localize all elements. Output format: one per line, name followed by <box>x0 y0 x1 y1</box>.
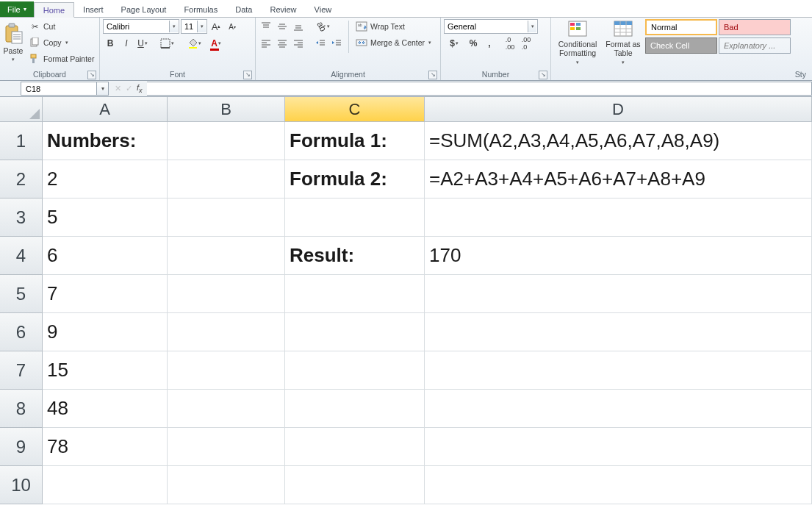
row-header-2[interactable]: 2 <box>0 160 43 198</box>
cell-D5[interactable] <box>425 275 812 313</box>
column-header-D[interactable]: D <box>425 97 812 122</box>
tab-formulas[interactable]: Formulas <box>175 1 226 17</box>
percent-format-button[interactable]: % <box>466 36 481 51</box>
cell-D7[interactable] <box>425 351 812 390</box>
tab-insert[interactable]: Insert <box>74 1 112 17</box>
format-as-table-button[interactable]: Format as Table ▾ <box>604 19 642 66</box>
select-all-corner[interactable] <box>0 97 43 122</box>
wrap-text-button[interactable]: ab Wrap Text <box>353 19 434 34</box>
cell-C7[interactable] <box>285 351 425 390</box>
cell-style-check[interactable]: Check Cell <box>645 37 717 54</box>
cancel-formula-icon[interactable]: ✕ <box>115 84 121 93</box>
cell-A6[interactable]: 9 <box>43 313 168 351</box>
fill-color-button[interactable]: ▾ <box>184 36 204 51</box>
cell-D9[interactable] <box>425 428 812 466</box>
tab-view[interactable]: View <box>306 1 341 17</box>
row-header-9[interactable]: 9 <box>0 428 43 466</box>
column-header-C[interactable]: C <box>285 97 425 122</box>
dialog-launcher-icon[interactable]: ↘ <box>428 71 437 79</box>
cell-B3[interactable] <box>168 198 285 237</box>
tab-file[interactable]: File ▾ <box>0 1 34 17</box>
cell-C6[interactable] <box>285 313 425 351</box>
cell-A1[interactable]: Numbers: <box>43 122 168 160</box>
cell-C1[interactable]: Formula 1: <box>285 122 425 160</box>
cell-D4[interactable]: 170 <box>425 237 812 275</box>
align-right-button[interactable] <box>291 36 306 51</box>
cell-style-explanatory[interactable]: Explanatory ... <box>719 37 791 54</box>
tab-page-layout[interactable]: Page Layout <box>112 1 176 17</box>
cell-C4[interactable]: Result: <box>285 237 425 275</box>
align-left-button[interactable] <box>259 36 273 51</box>
dialog-launcher-icon[interactable]: ↘ <box>243 71 252 79</box>
cell-D1[interactable]: =SUM(A2,A3,A4,A5,A6,A7,A8,A9) <box>425 122 812 160</box>
cell-A8[interactable]: 48 <box>43 390 168 428</box>
cell-B10[interactable] <box>168 466 285 504</box>
insert-function-button[interactable]: fx <box>137 83 143 94</box>
tab-data[interactable]: Data <box>226 1 261 17</box>
cell-B7[interactable] <box>168 351 285 390</box>
row-header-8[interactable]: 8 <box>0 390 43 428</box>
font-family-select[interactable]: Calibri ▾ <box>103 19 179 34</box>
cell-style-normal[interactable]: Normal <box>645 19 717 35</box>
cell-B4[interactable] <box>168 237 285 275</box>
align-bottom-button[interactable] <box>291 19 306 34</box>
cell-B2[interactable] <box>168 160 285 198</box>
cell-C5[interactable] <box>285 275 425 313</box>
number-format-select[interactable]: General ▾ <box>444 19 538 34</box>
align-center-button[interactable] <box>275 36 290 51</box>
cell-A9[interactable]: 78 <box>43 428 168 466</box>
cell-B1[interactable] <box>168 122 285 160</box>
merge-center-button[interactable]: Merge & Center ▾ <box>353 35 434 50</box>
increase-indent-button[interactable] <box>329 36 344 51</box>
cell-A5[interactable]: 7 <box>43 275 168 313</box>
borders-button[interactable]: ▾ <box>157 36 177 51</box>
accounting-format-button[interactable]: $▾ <box>444 36 464 51</box>
cell-A7[interactable]: 15 <box>43 351 168 390</box>
cell-D10[interactable] <box>425 466 812 504</box>
cell-B9[interactable] <box>168 428 285 466</box>
underline-button[interactable]: U▾ <box>135 36 150 51</box>
cell-C3[interactable] <box>285 198 425 237</box>
formula-input[interactable] <box>147 82 812 96</box>
cell-C9[interactable] <box>285 428 425 466</box>
row-header-4[interactable]: 4 <box>0 237 43 275</box>
row-header-1[interactable]: 1 <box>0 122 43 160</box>
cell-D2[interactable]: =A2+A3+A4+A5+A6+A7+A8+A9 <box>425 160 812 198</box>
conditional-formatting-button[interactable]: Conditional Formatting ▾ <box>554 19 601 66</box>
row-header-7[interactable]: 7 <box>0 351 43 390</box>
row-header-3[interactable]: 3 <box>0 198 43 237</box>
column-header-A[interactable]: A <box>43 97 168 122</box>
increase-decimal-button[interactable]: .0.00 <box>503 36 517 51</box>
cell-C10[interactable] <box>285 466 425 504</box>
comma-format-button[interactable]: , <box>482 36 497 51</box>
cell-D8[interactable] <box>425 390 812 428</box>
cell-A10[interactable] <box>43 466 168 504</box>
cell-B6[interactable] <box>168 313 285 351</box>
row-header-6[interactable]: 6 <box>0 313 43 351</box>
dialog-launcher-icon[interactable]: ↘ <box>87 71 96 79</box>
decrease-decimal-button[interactable]: .00.0 <box>519 36 533 51</box>
align-top-button[interactable] <box>259 19 273 34</box>
align-middle-button[interactable] <box>275 19 290 34</box>
shrink-font-button[interactable]: A▾ <box>225 19 240 34</box>
cell-D6[interactable] <box>425 313 812 351</box>
cell-B8[interactable] <box>168 390 285 428</box>
cell-B5[interactable] <box>168 275 285 313</box>
cell-C8[interactable] <box>285 390 425 428</box>
cut-button[interactable]: ✂ Cut <box>26 19 96 34</box>
row-header-10[interactable]: 10 <box>0 466 43 504</box>
name-box[interactable]: C18 ▾ <box>21 82 109 96</box>
decrease-indent-button[interactable] <box>313 36 328 51</box>
dialog-launcher-icon[interactable]: ↘ <box>539 71 547 79</box>
grow-font-button[interactable]: A▴ <box>209 19 223 34</box>
column-header-B[interactable]: B <box>168 97 285 122</box>
orientation-button[interactable]: ab▾ <box>313 19 334 34</box>
paste-button[interactable]: Paste ▾ <box>3 19 24 66</box>
cell-C2[interactable]: Formula 2: <box>285 160 425 198</box>
copy-button[interactable]: Copy ▾ <box>26 35 96 50</box>
bold-button[interactable]: B <box>103 36 118 51</box>
font-color-button[interactable]: A ▾ <box>206 36 226 51</box>
enter-formula-icon[interactable]: ✓ <box>126 84 132 93</box>
cell-D3[interactable] <box>425 198 812 237</box>
cell-style-bad[interactable]: Bad <box>719 19 791 35</box>
